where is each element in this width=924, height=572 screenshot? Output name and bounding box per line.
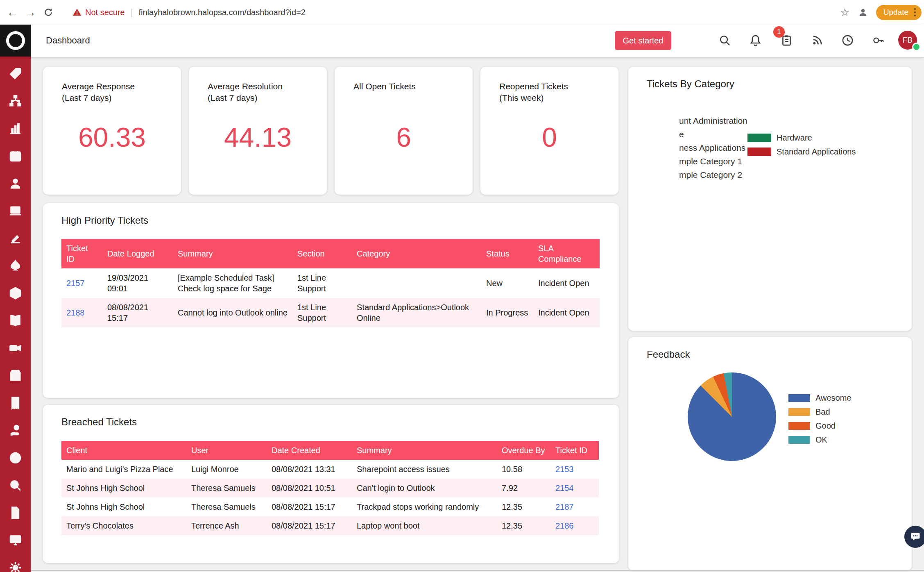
legend-item[interactable]: OK xyxy=(788,435,851,445)
search-icon[interactable] xyxy=(716,31,734,49)
tag-icon[interactable] xyxy=(2,60,29,87)
table-row[interactable]: 215719/03/2021 09:01[Example Scheduled T… xyxy=(61,268,600,298)
video-camera-icon[interactable] xyxy=(2,334,29,362)
category-legend: Hardware Standard Applications xyxy=(747,133,856,157)
table-cell: Theresa Samuels xyxy=(186,497,267,516)
rss-icon[interactable] xyxy=(808,31,826,49)
ticket-id-link[interactable]: 2154 xyxy=(550,479,599,497)
compose-icon[interactable] xyxy=(2,225,29,252)
table-cell: St Johns High School xyxy=(61,479,186,497)
receipt-icon[interactable] xyxy=(2,389,29,417)
table-cell: Sharepoint access issues xyxy=(352,460,497,479)
breached-table: ClientUserDate CreatedSummaryOverdue ByT… xyxy=(61,441,599,535)
chrome-update-button[interactable]: Update xyxy=(876,5,922,20)
stat-value: 44.13 xyxy=(189,122,327,153)
legend-label: OK xyxy=(815,435,827,445)
forward-icon[interactable]: → xyxy=(21,3,39,21)
reload-icon[interactable] xyxy=(39,3,57,21)
bookmark-star-icon[interactable]: ☆ xyxy=(836,3,854,21)
warning-triangle-icon xyxy=(72,7,82,17)
search-icon[interactable] xyxy=(2,472,29,499)
monitor-icon[interactable] xyxy=(2,527,29,554)
stat-title: Average Response(Last 7 days) xyxy=(62,81,173,104)
user-icon[interactable] xyxy=(2,170,29,197)
legend-swatch xyxy=(788,436,810,444)
high-priority-table: Ticket IDDate LoggedSummarySectionCatego… xyxy=(61,239,600,327)
table-row[interactable]: Mario and Luigi's Pizza PlaceLuigi Monro… xyxy=(61,460,599,479)
donation-icon[interactable] xyxy=(2,417,29,444)
stat-cards-row: Average Response(Last 7 days) 60.33 Aver… xyxy=(43,67,619,195)
column-header: SLA Compliance xyxy=(533,239,600,268)
clock-icon[interactable] xyxy=(2,444,29,472)
calendar-icon[interactable] xyxy=(2,142,29,170)
legend-item[interactable]: Bad xyxy=(788,407,851,417)
stat-card-open-tickets: All Open Tickets 6 xyxy=(335,67,473,195)
axis-label: e xyxy=(679,127,747,141)
table-cell: Standard Applications>Outlook Online xyxy=(352,298,481,327)
bar-chart-icon[interactable] xyxy=(2,115,29,142)
table-row[interactable]: St Johns High SchoolTheresa Samuels08/08… xyxy=(61,497,599,516)
browser-profile-icon[interactable] xyxy=(854,3,872,21)
gear-icon[interactable] xyxy=(2,554,29,572)
package-icon[interactable] xyxy=(2,362,29,389)
category-axis-labels: unt Administration e ness Applications m… xyxy=(679,114,747,182)
table-row[interactable]: St Johns High SchoolTheresa Samuels08/08… xyxy=(61,479,599,497)
table-cell: Terry's Chocolates xyxy=(61,516,186,535)
table-cell: 08/08/2021 10:51 xyxy=(267,479,352,497)
column-header: Summary xyxy=(173,239,292,268)
ticket-id-link[interactable]: 2186 xyxy=(550,516,599,535)
halopsa-dashboard-page: ← → Not secure | finlayhalobrown.halopsa… xyxy=(0,0,924,572)
browser-menu-icon[interactable] xyxy=(914,11,916,13)
axis-label: unt Administration xyxy=(679,114,747,127)
legend-item[interactable]: Awesome xyxy=(788,393,851,403)
feedback-pie[interactable] xyxy=(688,372,776,461)
spade-icon[interactable] xyxy=(2,252,29,279)
axis-label: ness Applications xyxy=(679,141,747,154)
book-icon[interactable] xyxy=(2,307,29,334)
column-header: Ticket ID xyxy=(61,239,102,268)
ticket-id-link[interactable]: 2157 xyxy=(61,268,102,298)
table-cell: In Progress xyxy=(481,298,533,327)
table-cell: Trackpad stops working randomly xyxy=(352,497,497,516)
legend-swatch xyxy=(788,394,810,402)
legend-item[interactable]: Good xyxy=(788,421,851,431)
ticket-id-link[interactable]: 2187 xyxy=(550,497,599,516)
document-icon[interactable] xyxy=(2,499,29,527)
table-cell: Can't login to Outlook xyxy=(352,479,497,497)
stat-card-avg-response: Average Response(Last 7 days) 60.33 xyxy=(43,67,181,195)
browser-toolbar: ← → Not secure | finlayhalobrown.halopsa… xyxy=(0,0,924,25)
table-cell: 19/03/2021 09:01 xyxy=(102,268,173,298)
table-cell: 08/08/2021 15:17 xyxy=(102,298,173,327)
table-cell: [Example Scheduled Task] Check log space… xyxy=(173,268,292,298)
bell-icon[interactable] xyxy=(746,31,764,49)
key-icon[interactable] xyxy=(869,31,887,49)
laptop-icon[interactable] xyxy=(2,197,29,225)
hierarchy-icon[interactable] xyxy=(2,87,29,115)
security-warning[interactable]: Not secure xyxy=(72,7,125,17)
table-row[interactable]: Terry's ChocolatesTerrence Ash08/08/2021… xyxy=(61,516,599,535)
table-cell: 1st Line Support xyxy=(292,298,352,327)
notification-badge: 1 xyxy=(773,26,785,38)
ticket-id-link[interactable]: 2153 xyxy=(550,460,599,479)
update-label: Update xyxy=(883,8,908,17)
ticket-id-link[interactable]: 2188 xyxy=(61,298,102,327)
section-title: High Priority Tickets xyxy=(61,215,148,226)
cube-icon[interactable] xyxy=(2,279,29,307)
back-icon[interactable]: ← xyxy=(3,3,21,21)
column-header: User xyxy=(186,441,267,460)
stat-title: Reopened Tickets(This week) xyxy=(499,81,610,104)
page-title: Dashboard xyxy=(46,35,90,46)
address-bar-url[interactable]: finlayhalobrown.halopsa.com/dashboard?id… xyxy=(138,8,306,17)
legend-item[interactable]: Standard Applications xyxy=(747,147,856,157)
table-header-row: Ticket IDDate LoggedSummarySectionCatego… xyxy=(61,239,600,268)
get-started-button[interactable]: Get started xyxy=(615,31,671,50)
halo-logo[interactable] xyxy=(0,25,31,57)
table-cell: 12.35 xyxy=(497,497,550,516)
history-clock-icon[interactable] xyxy=(838,31,856,49)
legend-item[interactable]: Hardware xyxy=(747,133,856,143)
dashboard-content: Average Response(Last 7 days) 60.33 Aver… xyxy=(31,57,924,572)
table-row[interactable]: 218808/08/2021 15:17Cannot log into Outl… xyxy=(61,298,600,327)
column-header: Summary xyxy=(352,441,497,460)
column-header: Section xyxy=(292,239,352,268)
chat-fab-button[interactable] xyxy=(904,526,924,548)
